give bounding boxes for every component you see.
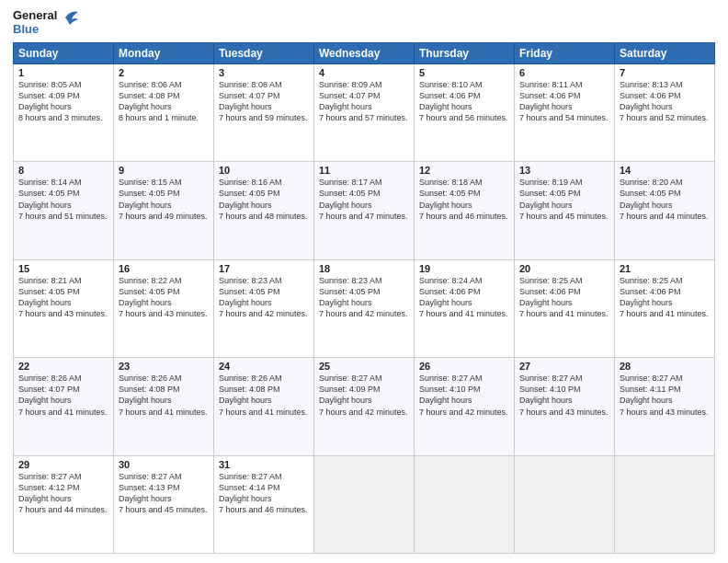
- calendar-cell: 7 Sunrise: 8:13 AM Sunset: 4:06 PM Dayli…: [615, 63, 715, 161]
- calendar-table: SundayMondayTuesdayWednesdayThursdayFrid…: [13, 42, 715, 554]
- cell-details: Sunrise: 8:27 AM Sunset: 4:11 PM Dayligh…: [620, 373, 710, 418]
- cell-details: Sunrise: 8:27 AM Sunset: 4:14 PM Dayligh…: [219, 471, 309, 516]
- calendar-week-5: 29 Sunrise: 8:27 AM Sunset: 4:12 PM Dayl…: [14, 455, 715, 553]
- cell-details: Sunrise: 8:10 AM Sunset: 4:06 PM Dayligh…: [419, 79, 509, 124]
- day-number: 6: [519, 67, 609, 78]
- cell-details: Sunrise: 8:27 AM Sunset: 4:10 PM Dayligh…: [519, 373, 609, 418]
- calendar-week-4: 22 Sunrise: 8:26 AM Sunset: 4:07 PM Dayl…: [14, 358, 715, 455]
- day-number: 1: [18, 67, 108, 78]
- calendar-cell: 5 Sunrise: 8:10 AM Sunset: 4:06 PM Dayli…: [415, 63, 515, 161]
- cell-details: Sunrise: 8:25 AM Sunset: 4:06 PM Dayligh…: [519, 275, 609, 320]
- calendar-cell: 23 Sunrise: 8:26 AM Sunset: 4:08 PM Dayl…: [114, 358, 214, 455]
- calendar-cell: 1 Sunrise: 8:05 AM Sunset: 4:09 PM Dayli…: [14, 63, 114, 161]
- logo: General Blue: [13, 9, 78, 37]
- logo-general: General: [13, 9, 57, 23]
- day-number: 23: [119, 361, 209, 372]
- cell-details: Sunrise: 8:17 AM Sunset: 4:05 PM Dayligh…: [319, 177, 409, 222]
- cell-details: Sunrise: 8:23 AM Sunset: 4:05 PM Dayligh…: [219, 275, 309, 320]
- calendar-cell: 18 Sunrise: 8:23 AM Sunset: 4:05 PM Dayl…: [314, 259, 415, 357]
- day-number: 13: [519, 165, 609, 176]
- calendar-cell: 2 Sunrise: 8:06 AM Sunset: 4:08 PM Dayli…: [114, 63, 214, 161]
- logo-blue: Blue: [13, 23, 57, 37]
- page: General Blue SundayMondayTuesdayWednesda…: [0, 0, 728, 563]
- calendar-header-monday: Monday: [114, 42, 214, 63]
- calendar-header-thursday: Thursday: [415, 42, 515, 63]
- calendar-cell: 20 Sunrise: 8:25 AM Sunset: 4:06 PM Dayl…: [515, 259, 615, 357]
- cell-details: Sunrise: 8:16 AM Sunset: 4:05 PM Dayligh…: [219, 177, 309, 222]
- calendar-cell: 15 Sunrise: 8:21 AM Sunset: 4:05 PM Dayl…: [14, 259, 114, 357]
- calendar-cell: 11 Sunrise: 8:17 AM Sunset: 4:05 PM Dayl…: [314, 162, 415, 259]
- day-number: 5: [419, 67, 509, 78]
- calendar-cell: 13 Sunrise: 8:19 AM Sunset: 4:05 PM Dayl…: [515, 162, 615, 259]
- calendar-week-3: 15 Sunrise: 8:21 AM Sunset: 4:05 PM Dayl…: [14, 259, 715, 357]
- cell-details: Sunrise: 8:27 AM Sunset: 4:10 PM Dayligh…: [419, 373, 509, 418]
- day-number: 27: [519, 361, 609, 372]
- day-number: 25: [319, 361, 409, 372]
- cell-details: Sunrise: 8:26 AM Sunset: 4:07 PM Dayligh…: [18, 373, 108, 418]
- day-number: 10: [219, 165, 309, 176]
- cell-details: Sunrise: 8:18 AM Sunset: 4:05 PM Dayligh…: [419, 177, 509, 222]
- day-number: 29: [18, 459, 108, 470]
- day-number: 15: [18, 263, 108, 274]
- day-number: 7: [620, 67, 710, 78]
- cell-details: Sunrise: 8:19 AM Sunset: 4:05 PM Dayligh…: [519, 177, 609, 222]
- cell-details: Sunrise: 8:22 AM Sunset: 4:05 PM Dayligh…: [119, 275, 209, 320]
- cell-details: Sunrise: 8:27 AM Sunset: 4:13 PM Dayligh…: [119, 471, 209, 516]
- cell-details: Sunrise: 8:08 AM Sunset: 4:07 PM Dayligh…: [219, 79, 309, 124]
- cell-details: Sunrise: 8:11 AM Sunset: 4:06 PM Dayligh…: [519, 79, 609, 124]
- day-number: 18: [319, 263, 409, 274]
- header: General Blue: [13, 9, 715, 37]
- calendar-header-friday: Friday: [515, 42, 615, 63]
- calendar-header-tuesday: Tuesday: [214, 42, 314, 63]
- calendar-cell: 29 Sunrise: 8:27 AM Sunset: 4:12 PM Dayl…: [14, 455, 114, 553]
- day-number: 24: [219, 361, 309, 372]
- calendar-cell: 4 Sunrise: 8:09 AM Sunset: 4:07 PM Dayli…: [314, 63, 415, 161]
- cell-details: Sunrise: 8:13 AM Sunset: 4:06 PM Dayligh…: [620, 79, 710, 124]
- calendar-cell: 9 Sunrise: 8:15 AM Sunset: 4:05 PM Dayli…: [114, 162, 214, 259]
- calendar-cell: 30 Sunrise: 8:27 AM Sunset: 4:13 PM Dayl…: [114, 455, 214, 553]
- calendar-cell: 17 Sunrise: 8:23 AM Sunset: 4:05 PM Dayl…: [214, 259, 314, 357]
- cell-details: Sunrise: 8:25 AM Sunset: 4:06 PM Dayligh…: [620, 275, 710, 320]
- cell-details: Sunrise: 8:21 AM Sunset: 4:05 PM Dayligh…: [18, 275, 108, 320]
- cell-details: Sunrise: 8:26 AM Sunset: 4:08 PM Dayligh…: [119, 373, 209, 418]
- day-number: 14: [620, 165, 710, 176]
- day-number: 19: [419, 263, 509, 274]
- day-number: 31: [219, 459, 309, 470]
- day-number: 4: [319, 67, 409, 78]
- day-number: 9: [119, 165, 209, 176]
- calendar-week-2: 8 Sunrise: 8:14 AM Sunset: 4:05 PM Dayli…: [14, 162, 715, 259]
- cell-details: Sunrise: 8:26 AM Sunset: 4:08 PM Dayligh…: [219, 373, 309, 418]
- day-number: 3: [219, 67, 309, 78]
- calendar-cell: 27 Sunrise: 8:27 AM Sunset: 4:10 PM Dayl…: [515, 358, 615, 455]
- cell-details: Sunrise: 8:23 AM Sunset: 4:05 PM Dayligh…: [319, 275, 409, 320]
- day-number: 28: [620, 361, 710, 372]
- calendar-cell: 22 Sunrise: 8:26 AM Sunset: 4:07 PM Dayl…: [14, 358, 114, 455]
- day-number: 30: [119, 459, 209, 470]
- calendar-cell: 31 Sunrise: 8:27 AM Sunset: 4:14 PM Dayl…: [214, 455, 314, 553]
- day-number: 8: [18, 165, 108, 176]
- calendar-cell: 19 Sunrise: 8:24 AM Sunset: 4:06 PM Dayl…: [415, 259, 515, 357]
- calendar-cell: 8 Sunrise: 8:14 AM Sunset: 4:05 PM Dayli…: [14, 162, 114, 259]
- cell-details: Sunrise: 8:06 AM Sunset: 4:08 PM Dayligh…: [119, 79, 209, 124]
- calendar-header-sunday: Sunday: [14, 42, 114, 63]
- calendar-cell: 25 Sunrise: 8:27 AM Sunset: 4:09 PM Dayl…: [314, 358, 415, 455]
- day-number: 2: [119, 67, 209, 78]
- calendar-header-row: SundayMondayTuesdayWednesdayThursdayFrid…: [14, 42, 715, 63]
- cell-details: Sunrise: 8:20 AM Sunset: 4:05 PM Dayligh…: [620, 177, 710, 222]
- day-number: 26: [419, 361, 509, 372]
- day-number: 17: [219, 263, 309, 274]
- calendar-cell: 24 Sunrise: 8:26 AM Sunset: 4:08 PM Dayl…: [214, 358, 314, 455]
- calendar-cell: 16 Sunrise: 8:22 AM Sunset: 4:05 PM Dayl…: [114, 259, 214, 357]
- calendar-cell: 26 Sunrise: 8:27 AM Sunset: 4:10 PM Dayl…: [415, 358, 515, 455]
- day-number: 11: [319, 165, 409, 176]
- calendar-cell: 10 Sunrise: 8:16 AM Sunset: 4:05 PM Dayl…: [214, 162, 314, 259]
- cell-details: Sunrise: 8:24 AM Sunset: 4:06 PM Dayligh…: [419, 275, 509, 320]
- calendar-cell: 28 Sunrise: 8:27 AM Sunset: 4:11 PM Dayl…: [615, 358, 715, 455]
- cell-details: Sunrise: 8:15 AM Sunset: 4:05 PM Dayligh…: [119, 177, 209, 222]
- day-number: 22: [18, 361, 108, 372]
- cell-details: Sunrise: 8:05 AM Sunset: 4:09 PM Dayligh…: [18, 79, 108, 124]
- calendar-cell: 3 Sunrise: 8:08 AM Sunset: 4:07 PM Dayli…: [214, 63, 314, 161]
- calendar-cell: [415, 455, 515, 553]
- day-number: 21: [620, 263, 710, 274]
- calendar-cell: 12 Sunrise: 8:18 AM Sunset: 4:05 PM Dayl…: [415, 162, 515, 259]
